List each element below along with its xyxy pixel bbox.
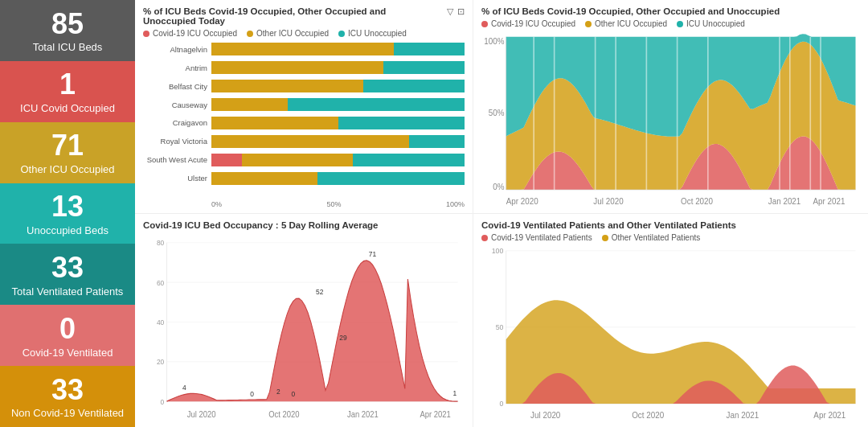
legend-dot	[247, 31, 253, 37]
bar-track	[211, 117, 465, 129]
chart-annotation: 71	[369, 250, 376, 259]
bar-track	[211, 61, 465, 74]
stat-number: 33	[51, 374, 84, 406]
legend-label: Covid-19 ICU Occupied	[491, 19, 575, 28]
bar-segment-unoccupied	[338, 117, 465, 129]
bar-segment-other	[211, 98, 288, 111]
bar-segment-unoccupied	[317, 172, 465, 185]
stat-number: 1	[59, 68, 76, 101]
bar-track	[211, 154, 465, 166]
svg-text:Apr 2020: Apr 2020	[506, 197, 538, 206]
legend-label: Covid-19 Ventilated Patients	[491, 233, 592, 242]
bar-row: Antrim	[143, 61, 465, 74]
chart-annotation: 0	[291, 390, 295, 399]
top-left-section: % of ICU Beds Covid-19 Occupied, Other O…	[135, 0, 473, 213]
stat-card: 13 Unoccupied Beds	[0, 183, 135, 244]
svg-text:Jan 2021: Jan 2021	[347, 410, 379, 420]
bottom-right-chart: 0 50 100 Jul 2020 Oct 2020 Jan 2021 Apr …	[481, 246, 860, 422]
bar-xaxis: 0%50%100%	[211, 200, 465, 208]
bar-segment-unoccupied	[363, 80, 465, 92]
svg-text:40: 40	[157, 318, 164, 327]
bar-label: Craigavon	[143, 118, 207, 127]
bar-segment-covid	[211, 154, 242, 166]
svg-text:Apr 2021: Apr 2021	[813, 411, 845, 420]
svg-text:Oct 2020: Oct 2020	[268, 410, 300, 420]
legend-dot	[602, 235, 608, 241]
bar-segment-unoccupied	[409, 135, 465, 148]
legend-item: Other Ventilated Patients	[602, 233, 701, 242]
svg-text:100%: 100%	[484, 37, 504, 46]
stat-label: Other ICU Occupied	[20, 163, 114, 175]
svg-text:Apr 2021: Apr 2021	[420, 410, 452, 420]
bar-chart: AltnagelvinAntrimBelfast CityCausewayCra…	[143, 42, 465, 199]
bar-label: Antrim	[143, 64, 207, 72]
chart-annotation: 4	[182, 383, 186, 392]
bar-label: Belfast City	[143, 82, 207, 91]
stat-card: 71 Other ICU Occupied	[0, 122, 135, 183]
legend-item: Covid-19 Ventilated Patients	[481, 233, 592, 242]
top-right-legend: Covid-19 ICU OccupiedOther ICU OccupiedI…	[481, 19, 860, 28]
bar-track	[211, 98, 465, 111]
chart-annotation: 2	[276, 387, 280, 396]
chart-annotation: 52	[316, 288, 323, 297]
legend-label: ICU Unoccupied	[348, 29, 407, 38]
filter-icon[interactable]: ▽	[447, 6, 453, 17]
svg-text:20: 20	[157, 358, 164, 367]
svg-text:Oct 2020: Oct 2020	[681, 197, 713, 206]
svg-text:50%: 50%	[489, 109, 505, 117]
svg-text:Jul 2020: Jul 2020	[187, 410, 216, 420]
bar-segment-other	[211, 43, 394, 55]
bar-label: South West Acute	[143, 155, 207, 164]
bar-segment-unoccupied	[353, 154, 465, 166]
bar-row: Altnagelvin	[143, 43, 465, 55]
legend-label: Other ICU Occupied	[256, 29, 329, 38]
bar-segment-other	[211, 61, 383, 74]
stat-label: Total Ventilated Patients	[12, 285, 124, 298]
export-icon[interactable]: ⊡	[457, 6, 465, 17]
legend-label: ICU Unoccupied	[686, 19, 745, 28]
chart-annotation: 1	[453, 389, 457, 398]
legend-dot	[143, 31, 149, 37]
bottom-right-title: Covid-19 Ventilated Patients and Other V…	[481, 220, 860, 230]
legend-item: Covid-19 ICU Occupied	[143, 29, 237, 38]
stat-card: 85 Total ICU Beds	[0, 0, 135, 61]
stat-card: 1 ICU Covid Occupied	[0, 61, 135, 122]
bar-row: Belfast City	[143, 80, 465, 92]
legend-dot	[481, 235, 488, 241]
stat-label: ICU Covid Occupied	[20, 102, 115, 114]
bar-row: Craigavon	[143, 117, 465, 129]
bar-track	[211, 43, 465, 55]
top-right-section: % of ICU Beds Covid-19 Occupied, Other O…	[473, 0, 868, 213]
stat-label: Covid-19 Ventilated	[23, 347, 113, 359]
legend-item: ICU Unoccupied	[677, 19, 745, 28]
stat-label: Total ICU Beds	[33, 41, 103, 53]
bar-segment-other	[211, 172, 317, 185]
legend-label: Other ICU Occupied	[595, 19, 667, 28]
top-right-title: % of ICU Beds Covid-19 Occupied, Other O…	[481, 6, 860, 16]
bar-row: Causeway	[143, 98, 465, 111]
top-right-chart: 100% 50% 0% Apr 2020 Jul 2020 Oct 2020 J…	[481, 32, 860, 208]
legend-item: Other ICU Occupied	[247, 29, 329, 38]
sidebar: 85 Total ICU Beds 1 ICU Covid Occupied 7…	[0, 0, 135, 427]
svg-text:Jul 2020: Jul 2020	[593, 197, 624, 206]
svg-text:80: 80	[157, 239, 164, 248]
bar-label: Altnagelvin	[143, 45, 207, 54]
xaxis-label: 0%	[211, 200, 222, 208]
bar-row: Royal Victoria	[143, 135, 465, 148]
legend-dot	[338, 31, 345, 37]
svg-text:50: 50	[496, 323, 504, 331]
bar-track	[211, 80, 465, 92]
stat-card: 33 Non Covid-19 Ventilated	[0, 366, 135, 427]
bar-segment-other	[211, 135, 409, 148]
legend-item: Other ICU Occupied	[585, 19, 667, 28]
bar-segment-other	[242, 154, 354, 166]
bottom-right-section: Covid-19 Ventilated Patients and Other V…	[473, 214, 868, 427]
svg-text:0%: 0%	[493, 183, 504, 191]
stat-number: 85	[51, 8, 84, 40]
legend-dot	[481, 21, 488, 27]
chart-annotation: 0	[250, 390, 254, 399]
bar-segment-unoccupied	[383, 61, 465, 74]
svg-text:0: 0	[161, 397, 165, 406]
bottom-row: Covid-19 ICU Bed Occupancy : 5 Day Rolli…	[135, 214, 868, 427]
xaxis-label: 100%	[446, 200, 465, 208]
